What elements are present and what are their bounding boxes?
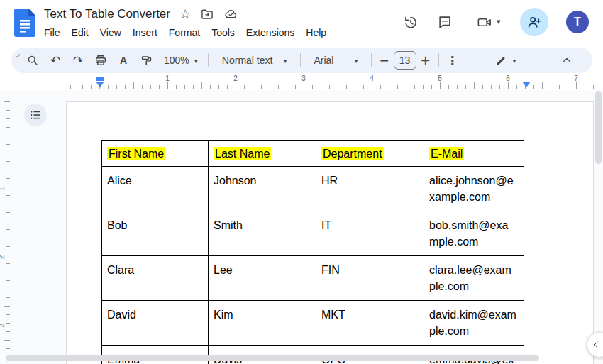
table-cell[interactable]: clara.lee@example.com	[424, 256, 524, 301]
spell-a-glyph: A	[120, 55, 127, 66]
menu-item-file[interactable]: File	[38, 25, 66, 40]
outline-list-icon	[28, 108, 43, 122]
undo-button[interactable]: ↶	[44, 49, 67, 72]
share-button[interactable]	[520, 8, 548, 36]
table-cell[interactable]: David	[102, 301, 209, 346]
star-icon[interactable]: ☆	[179, 8, 191, 21]
app-header: Text To Table Converter ☆ FileEditViewIn…	[0, 0, 603, 47]
table-cell[interactable]: Smith	[209, 211, 316, 256]
table-cell[interactable]: Clara	[102, 256, 209, 301]
decrease-font-size-button[interactable]: −	[375, 49, 394, 72]
table-cell[interactable]: MKT	[316, 301, 424, 346]
highlighted-header-text: Department	[321, 147, 384, 160]
google-docs-logo-icon[interactable]	[14, 9, 35, 37]
video-call-caret-icon[interactable]: ▾	[497, 17, 501, 26]
table-cell[interactable]: Lee	[209, 256, 316, 301]
pen-icon	[494, 54, 508, 67]
table-cell[interactable]: IT	[316, 211, 424, 256]
table-row: EmmaDavisOPSemma.davis@example.com	[102, 346, 524, 364]
highlighted-header-text: First Name	[107, 147, 165, 160]
toolbar-divider	[371, 53, 372, 67]
spell-check-glyph: ✓	[16, 53, 21, 60]
toolbar-divider	[533, 53, 533, 67]
toolbar-divider	[300, 53, 301, 67]
font-size-field[interactable]: 13	[394, 51, 416, 70]
ruler-number: 2	[0, 255, 6, 260]
chevron-left-icon	[592, 340, 602, 350]
menu-item-help[interactable]: Help	[300, 25, 332, 40]
table-header-cell[interactable]: Last Name	[209, 141, 316, 167]
menu-item-format[interactable]: Format	[163, 25, 206, 40]
table-cell[interactable]: FIN	[316, 256, 424, 301]
table-header-cell[interactable]: E-Mail	[424, 141, 524, 167]
paragraph-style-dropdown[interactable]: Normal text ▾	[212, 50, 297, 70]
table-cell[interactable]: HR	[316, 167, 424, 211]
account-avatar[interactable]: T	[566, 11, 589, 33]
ruler-number: 2	[233, 75, 238, 82]
table-cell[interactable]: david.kim@example.com	[424, 301, 524, 346]
menu-item-view[interactable]: View	[94, 25, 127, 40]
document-title[interactable]: Text To Table Converter	[44, 7, 170, 21]
document-canvas: First NameLast NameDepartmentE-MailAlice…	[0, 90, 603, 364]
vertical-ruler: 123	[0, 90, 11, 364]
first-line-indent-marker[interactable]	[96, 77, 104, 81]
increase-font-size-button[interactable]: +	[416, 49, 435, 72]
table-cell[interactable]: alice.johnson@example.com	[424, 167, 524, 211]
ruler-number: 4	[370, 75, 374, 82]
menu-item-tools[interactable]: Tools	[206, 25, 240, 40]
document-outline-button[interactable]	[24, 104, 47, 126]
toolbar: ↶ ↷ A ✓ 100% ▾ Normal text ▾ Arial ▾ − 1…	[11, 48, 592, 73]
cloud-saved-icon[interactable]	[223, 7, 238, 21]
font-family-dropdown[interactable]: Arial ▾	[304, 50, 367, 70]
table-header-row: First NameLast NameDepartmentE-Mail	[102, 141, 524, 167]
table-cell[interactable]: Bob	[102, 211, 209, 256]
video-call-button[interactable]	[470, 8, 498, 36]
table-cell[interactable]: bob.smith@example.com	[424, 211, 524, 256]
paint-format-button[interactable]	[135, 49, 157, 72]
font-family-value: Arial	[314, 55, 333, 66]
table-cell[interactable]: Johnson	[209, 167, 316, 211]
left-indent-marker[interactable]	[96, 82, 104, 87]
ruler-number: 5	[438, 75, 442, 82]
hide-menus-button[interactable]	[555, 49, 578, 72]
table-row: BobSmithITbob.smith@example.com	[102, 211, 524, 256]
comments-button[interactable]	[431, 8, 459, 36]
table-header-cell[interactable]: Department	[316, 141, 424, 167]
table-cell[interactable]: Kim	[209, 301, 316, 346]
chevron-down-icon: ▾	[283, 57, 287, 65]
more-toolbar-options-button[interactable]: ⋮	[443, 49, 463, 72]
right-indent-marker[interactable]	[522, 82, 531, 87]
chevron-down-icon: ▾	[194, 57, 198, 65]
ruler-number: 7	[574, 75, 578, 82]
search-menus-button[interactable]	[21, 49, 44, 72]
ruler-number: 3	[302, 75, 306, 82]
move-to-folder-icon[interactable]	[200, 7, 214, 21]
version-history-button[interactable]	[396, 8, 424, 36]
table-cell[interactable]: OPS	[316, 346, 424, 364]
menu-item-insert[interactable]: Insert	[127, 25, 163, 40]
ruler-ticks	[66, 82, 597, 89]
highlighted-header-text: Last Name	[214, 147, 271, 160]
table-cell[interactable]: Davis	[209, 346, 316, 364]
table-row: AliceJohnsonHRalice.johnson@example.com	[102, 167, 524, 211]
editing-mode-dropdown[interactable]: ▾	[488, 50, 523, 70]
vertical-scrollbar-thumb[interactable]	[595, 91, 602, 164]
table-cell[interactable]: emma.davis@example.com	[424, 346, 524, 364]
table-cell[interactable]: Alice	[102, 167, 209, 211]
paragraph-style-value: Normal text	[222, 55, 273, 66]
chevron-down-icon: ▾	[513, 57, 516, 65]
spelling-check-button[interactable]: A ✓	[112, 49, 135, 72]
horizontal-scrollbar-thumb[interactable]	[6, 355, 539, 361]
zoom-dropdown[interactable]: 100% ▾	[157, 50, 204, 70]
table-cell[interactable]: Emma	[102, 346, 209, 364]
highlighted-header-text: E-Mail	[429, 147, 464, 160]
menu-item-extensions[interactable]: Extensions	[240, 25, 300, 40]
table-row: ClaraLeeFINclara.lee@example.com	[102, 256, 524, 301]
redo-button[interactable]: ↷	[67, 49, 89, 72]
document-page[interactable]: First NameLast NameDepartmentE-MailAlice…	[66, 101, 594, 364]
ruler-number: 3	[0, 324, 6, 328]
print-button[interactable]	[89, 49, 112, 72]
menu-item-edit[interactable]: Edit	[66, 25, 94, 40]
table-header-cell[interactable]: First Name	[102, 141, 209, 167]
ruler-number: 1	[165, 75, 170, 82]
